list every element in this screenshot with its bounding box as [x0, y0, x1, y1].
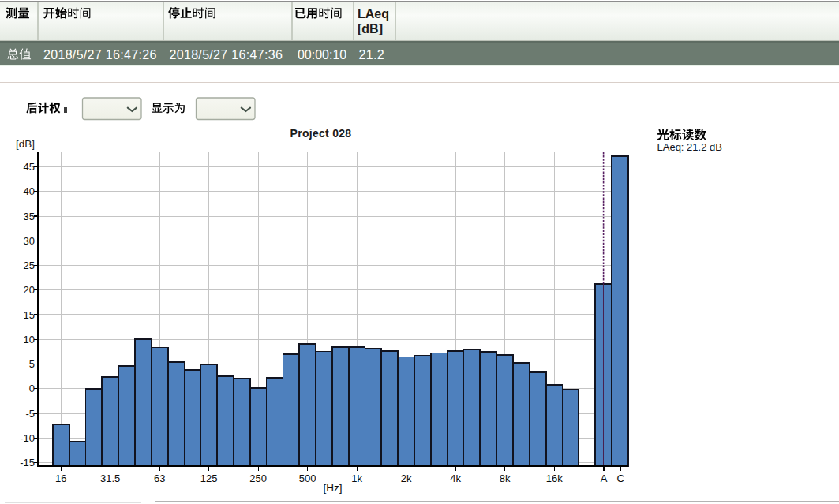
- svg-text:A: A: [601, 472, 608, 484]
- svg-text:LAeq: LAeq: [358, 7, 389, 21]
- svg-text:[dB]: [dB]: [16, 138, 35, 150]
- svg-text:5: 5: [29, 358, 35, 370]
- svg-text:21.2: 21.2: [359, 48, 384, 62]
- svg-text:45: 45: [24, 161, 35, 173]
- svg-text:C: C: [617, 472, 624, 484]
- svg-text:[dB]: [dB]: [358, 22, 383, 35]
- svg-text:-15: -15: [20, 457, 35, 469]
- svg-text:16: 16: [55, 472, 66, 484]
- svg-text:Project 028: Project 028: [290, 127, 352, 140]
- svg-text:2k: 2k: [401, 472, 412, 484]
- svg-text:63: 63: [154, 472, 165, 484]
- svg-text:25: 25: [24, 259, 35, 271]
- svg-text:2018/5/27 16:47:36: 2018/5/27 16:47:36: [170, 48, 283, 62]
- svg-text:4k: 4k: [450, 472, 461, 484]
- svg-text:-5: -5: [25, 408, 35, 420]
- svg-text:16k: 16k: [546, 472, 563, 484]
- svg-text:00:00:10: 00:00:10: [298, 48, 346, 62]
- svg-text:LAeq: 21.2 dB: LAeq: 21.2 dB: [657, 141, 722, 153]
- svg-text:10: 10: [24, 334, 35, 345]
- svg-text:8k: 8k: [500, 472, 511, 484]
- svg-text:-10: -10: [20, 432, 35, 444]
- svg-text:500: 500: [299, 472, 316, 484]
- svg-text:35: 35: [24, 211, 35, 222]
- svg-text:125: 125: [200, 472, 218, 484]
- svg-text:1k: 1k: [351, 472, 362, 484]
- svg-text:250: 250: [249, 472, 267, 484]
- svg-text:2018/5/27 16:47:26: 2018/5/27 16:47:26: [43, 48, 157, 62]
- svg-text:0: 0: [29, 383, 35, 394]
- svg-text:20: 20: [24, 284, 35, 296]
- svg-text:[Hz]: [Hz]: [323, 482, 342, 494]
- svg-text:31.5: 31.5: [100, 472, 120, 484]
- svg-text:30: 30: [24, 235, 35, 247]
- svg-text:15: 15: [24, 309, 35, 321]
- svg-text:40: 40: [24, 185, 35, 197]
